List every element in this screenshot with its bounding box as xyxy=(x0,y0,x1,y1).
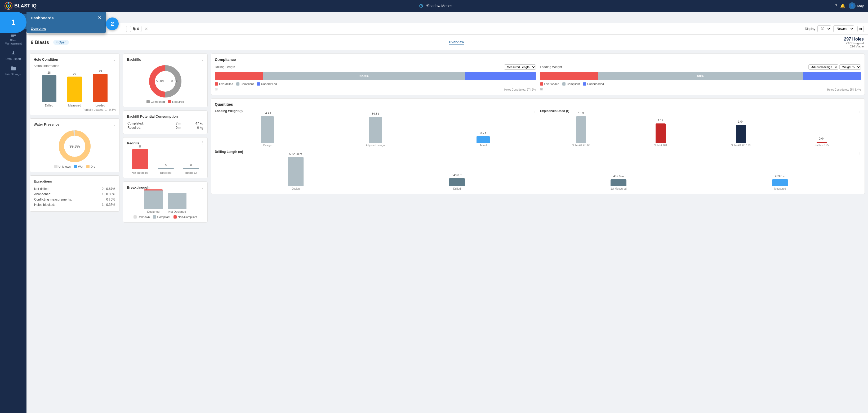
legend-wet-label: Wet xyxy=(78,165,83,168)
bar-measured-dl-bar xyxy=(772,179,788,186)
exceptions-panel: Exceptions Not drilled: 2 | 0.67% Abando… xyxy=(30,176,120,212)
bar-subtek08-value: 1.12 xyxy=(658,119,663,122)
legend-bt-unknown-dot xyxy=(133,215,137,219)
bar-actual-lw-bar xyxy=(476,136,490,143)
quantities-panel: Quantities Loading Weight (t) ⋮ 34.4 t xyxy=(211,98,865,194)
hole-condition-subtitle: Actual Information xyxy=(34,64,116,68)
help-icon[interactable]: ? xyxy=(835,3,837,8)
logo-icon xyxy=(4,2,13,10)
drilling-qty-icon[interactable]: ⋮ xyxy=(858,151,861,155)
drilling-length-qty-title: Drilling Length (m) xyxy=(215,150,243,154)
redrills-menu-icon[interactable]: ⋮ xyxy=(200,141,204,145)
grid-view-button[interactable]: ⊞ xyxy=(858,26,864,32)
legend-required-dot xyxy=(168,100,171,103)
holes-count: 297 Holes xyxy=(844,37,864,41)
loading-design-select[interactable]: Adjusted design xyxy=(808,64,838,70)
legend-dry: Dry xyxy=(86,165,95,168)
backfills-menu-icon[interactable]: ⋮ xyxy=(200,57,204,61)
sidebar-item-file-storage[interactable]: File Storage xyxy=(0,63,27,78)
legend-wet-dot xyxy=(74,165,77,168)
drilling-copy-icon[interactable]: ⊞ xyxy=(215,87,218,91)
bar-drilled-dl-value: 549.0 m xyxy=(452,173,463,177)
exception-blocked-label: Holes blocked: xyxy=(34,202,93,207)
bar-designed-label: Designed xyxy=(147,210,159,213)
legend-underloaded-dot xyxy=(583,83,586,86)
bar-actual-lw: 3.7 t Actual xyxy=(476,131,490,147)
donut-left-pct: 50.0% xyxy=(156,80,164,83)
user-avatar: 👤 xyxy=(849,2,856,9)
table-row: Holes blocked: 1 | 0.33% xyxy=(34,202,115,207)
svg-rect-14 xyxy=(11,34,16,34)
holes-viable: 294 Viable xyxy=(844,45,864,48)
tag-icon xyxy=(132,27,136,31)
bar-1st-measured-dl-bar xyxy=(611,179,626,186)
hole-condition-menu-icon[interactable]: ⋮ xyxy=(113,57,116,61)
loading-selects: Adjusted design Weight % xyxy=(808,64,861,70)
column-1: Hole Condition Actual Information ⋮ 28 D… xyxy=(30,54,120,223)
display-order-select[interactable]: Newest xyxy=(833,25,854,32)
bar-drilled-dl-label: Drilled xyxy=(453,187,461,190)
legend-completed-dot xyxy=(147,100,150,103)
backfills-legend: Completed Required xyxy=(127,100,204,103)
user-name: May xyxy=(857,4,864,8)
dashboards-close-button[interactable]: ✕ xyxy=(98,15,102,21)
bar-measured-dl-value: 483.0 m xyxy=(775,174,785,178)
legend-completed: Completed xyxy=(147,100,165,103)
bar-loaded: 29 Loaded xyxy=(93,70,107,107)
legend-bt-compliant: Compliant xyxy=(153,215,170,219)
sidebar-item-data-export[interactable]: Data Export xyxy=(0,48,27,63)
bar-designed-compliant xyxy=(144,190,163,209)
completed-m: 7 m xyxy=(164,122,185,125)
loading-metric-select[interactable]: Weight % xyxy=(839,64,861,70)
bar-1st-measured-dl-value: 482.0 m xyxy=(613,174,624,178)
notifications-icon[interactable]: 🔔 xyxy=(840,3,845,8)
explosives-icon[interactable]: ⋮ xyxy=(858,110,861,115)
bar-redrilled-value: 0 xyxy=(165,164,166,167)
bar-design-dl-value: 5,828.0 m xyxy=(289,152,302,156)
drilling-compliant-segment: 62.9% xyxy=(263,72,465,80)
legend-bt-compliant-label: Compliant xyxy=(157,215,170,219)
legend-overdrilled-label: Overdrilled xyxy=(219,83,233,86)
drilling-legend: Overdrilled Compliant Underdrilled xyxy=(215,83,536,86)
table-row: Abandoned: 1 | 0.33% xyxy=(34,192,115,197)
dashboards-overview-item[interactable]: Overview xyxy=(27,24,106,33)
tab-overview[interactable]: Overview xyxy=(449,40,464,45)
legend-required: Required xyxy=(168,100,184,103)
bar-adj-design-lw-label: Adjusted design xyxy=(366,144,384,147)
completed-label: Completed: xyxy=(127,122,164,125)
display-count-select[interactable]: 30 xyxy=(817,25,831,32)
water-presence-menu-icon[interactable]: ⋮ xyxy=(113,122,116,126)
table-row: Required: 0 m 0 kg xyxy=(127,126,203,130)
redrills-title: Redrills xyxy=(127,141,204,145)
bar-not-designed-label: Not Designed xyxy=(168,210,186,213)
bar-design-lw-value: 34.4 t xyxy=(264,112,271,115)
bar-not-redrilled-bar xyxy=(132,149,148,169)
bar-subtek095-bar xyxy=(816,142,827,143)
exception-abandoned-label: Abandoned: xyxy=(34,192,93,197)
exception-abandoned-count: 1 | 0.33% xyxy=(94,192,115,197)
required-m: 0 m xyxy=(164,126,185,130)
water-legend: Unknown Wet Dry xyxy=(34,165,116,168)
user-menu[interactable]: 👤 May xyxy=(849,2,864,9)
bar-loaded-label: Loaded xyxy=(95,104,105,107)
legend-compliant-drill-dot xyxy=(236,83,240,86)
bar-measured-dl-label: Measured xyxy=(774,187,786,190)
drilling-length-select[interactable]: Measured Length xyxy=(504,64,536,70)
drilling-holes-considered: Holes Considered: 27 | 9% xyxy=(504,88,536,91)
tag-filter-button[interactable]: 0 xyxy=(130,26,142,32)
loading-copy-icon[interactable]: ⊞ xyxy=(540,87,543,91)
clear-filter-button[interactable]: ✕ xyxy=(145,27,148,32)
backfill-consumption-panel: Backfill Potential Consumption Completed… xyxy=(123,110,208,134)
legend-overdrilled: Overdrilled xyxy=(215,83,233,86)
breakthrough-menu-icon[interactable]: ⋮ xyxy=(200,185,204,189)
display-label: Display xyxy=(805,27,815,31)
toolbar: 6 Blasts from to 0 ✕ Display 30 Newest ⊞ xyxy=(27,23,868,35)
column-2: Backfills ⋮ 50.0% 50.0% Completed xyxy=(123,54,208,223)
loading-qty-icon[interactable]: ⋮ xyxy=(532,110,536,115)
legend-bt-noncompliant-dot xyxy=(174,215,177,219)
drilling-qty-chart: 5,828.0 m Design 549.0 m Drilled 482.0 m xyxy=(215,158,861,190)
loading-legend: Overloaded Compliant Underloaded xyxy=(540,83,861,86)
column-3: Compliance Drilling Length Measured Leng… xyxy=(211,54,865,223)
bar-drilled-dl-bar xyxy=(449,178,465,186)
bar-redrilled-bar xyxy=(158,168,174,169)
